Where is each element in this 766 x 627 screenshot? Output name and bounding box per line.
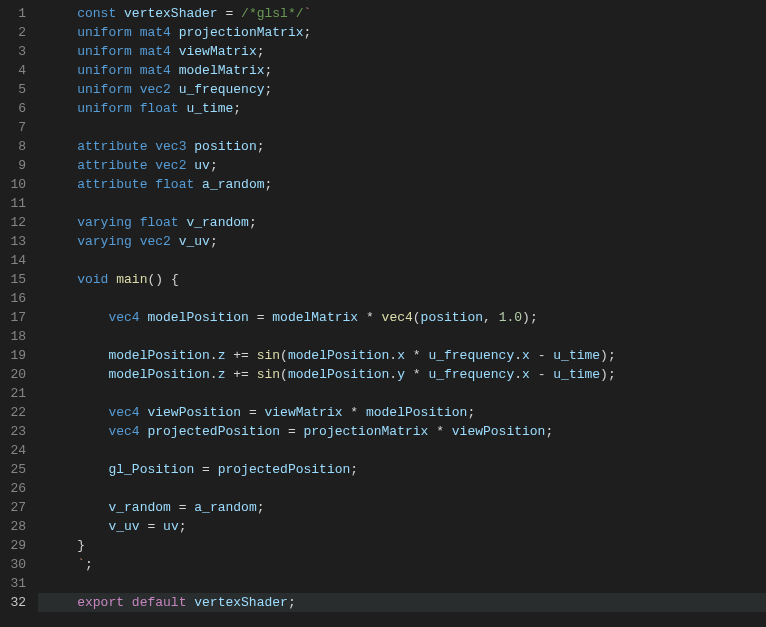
- token-kw: uniform: [77, 63, 132, 78]
- code-line[interactable]: vec4 projectedPosition = projectionMatri…: [38, 422, 766, 441]
- token-punct: ;: [249, 215, 257, 230]
- token-punct: }: [77, 538, 85, 553]
- code-line[interactable]: const vertexShader = /*glsl*/`: [38, 4, 766, 23]
- token-op: =: [249, 405, 257, 420]
- token-plain: [132, 63, 140, 78]
- token-plain: [374, 310, 382, 325]
- code-line[interactable]: [38, 441, 766, 460]
- token-punct: ;: [257, 500, 265, 515]
- code-line[interactable]: [38, 289, 766, 308]
- code-line[interactable]: uniform vec2 u_frequency;: [38, 80, 766, 99]
- token-builtin: gl_Position: [108, 462, 194, 477]
- code-line[interactable]: export default vertexShader;: [38, 593, 766, 612]
- token-plain: [194, 462, 202, 477]
- line-number: 22: [8, 403, 26, 422]
- token-punct: .: [389, 348, 397, 363]
- code-line[interactable]: [38, 194, 766, 213]
- code-line[interactable]: v_uv = uv;: [38, 517, 766, 536]
- token-type: vec3: [155, 139, 186, 154]
- code-line[interactable]: attribute vec3 position;: [38, 137, 766, 156]
- code-line[interactable]: modelPosition.z += sin(modelPosition.x *…: [38, 346, 766, 365]
- line-number: 32: [8, 593, 26, 612]
- token-punct: ,: [483, 310, 491, 325]
- token-plain: [358, 405, 366, 420]
- token-ident: u_time: [553, 348, 600, 363]
- token-punct: ;: [210, 234, 218, 249]
- line-number: 14: [8, 251, 26, 270]
- code-line[interactable]: [38, 384, 766, 403]
- token-str: `: [77, 557, 85, 572]
- line-number: 7: [8, 118, 26, 137]
- token-punct: ;: [545, 424, 553, 439]
- token-type: vec4: [108, 405, 139, 420]
- token-str: `: [304, 6, 312, 21]
- token-punct: ): [600, 348, 608, 363]
- token-ident: u_time: [553, 367, 600, 382]
- token-comment: /*glsl*/: [241, 6, 303, 21]
- line-number: 18: [8, 327, 26, 346]
- token-plain: [171, 25, 179, 40]
- token-ident: v_random: [186, 215, 248, 230]
- token-plain: [171, 44, 179, 59]
- line-number: 19: [8, 346, 26, 365]
- token-plain: [132, 25, 140, 40]
- token-type: vec2: [140, 82, 171, 97]
- code-line[interactable]: modelPosition.z += sin(modelPosition.y *…: [38, 365, 766, 384]
- token-op: *: [366, 310, 374, 325]
- token-kw: uniform: [77, 44, 132, 59]
- line-number: 9: [8, 156, 26, 175]
- token-punct: (: [413, 310, 421, 325]
- token-type: vec2: [155, 158, 186, 173]
- code-line[interactable]: void main() {: [38, 270, 766, 289]
- line-number: 26: [8, 479, 26, 498]
- token-ident: projectionMatrix: [179, 25, 304, 40]
- line-number-gutter: 1234567891011121314151617181920212223242…: [0, 0, 38, 627]
- code-line[interactable]: `;: [38, 555, 766, 574]
- line-number: 6: [8, 99, 26, 118]
- code-line[interactable]: vec4 modelPosition = modelMatrix * vec4(…: [38, 308, 766, 327]
- code-line[interactable]: attribute float a_random;: [38, 175, 766, 194]
- code-line[interactable]: varying float v_random;: [38, 213, 766, 232]
- code-line[interactable]: [38, 118, 766, 137]
- code-line[interactable]: varying vec2 v_uv;: [38, 232, 766, 251]
- code-line[interactable]: uniform float u_time;: [38, 99, 766, 118]
- token-ident: modelPosition: [288, 367, 389, 382]
- token-type: vec4: [108, 424, 139, 439]
- token-ident: uv: [163, 519, 179, 534]
- code-line[interactable]: v_random = a_random;: [38, 498, 766, 517]
- code-area[interactable]: const vertexShader = /*glsl*/` uniform m…: [38, 0, 766, 627]
- token-punct: .: [210, 348, 218, 363]
- code-line[interactable]: [38, 479, 766, 498]
- code-line[interactable]: uniform mat4 projectionMatrix;: [38, 23, 766, 42]
- token-punct: ;: [530, 310, 538, 325]
- token-num: 1.0: [499, 310, 522, 325]
- token-plain: [249, 348, 257, 363]
- token-plain: [132, 101, 140, 116]
- code-line[interactable]: gl_Position = projectedPosition;: [38, 460, 766, 479]
- code-line[interactable]: uniform mat4 modelMatrix;: [38, 61, 766, 80]
- token-punct: .: [514, 348, 522, 363]
- token-punct: ;: [257, 139, 265, 154]
- code-line[interactable]: [38, 574, 766, 593]
- code-line[interactable]: [38, 251, 766, 270]
- token-plain: [171, 234, 179, 249]
- code-line[interactable]: }: [38, 536, 766, 555]
- token-plain: [163, 272, 171, 287]
- line-number: 21: [8, 384, 26, 403]
- code-line[interactable]: attribute vec2 uv;: [38, 156, 766, 175]
- token-punct: ;: [265, 63, 273, 78]
- code-line[interactable]: [38, 327, 766, 346]
- line-number: 8: [8, 137, 26, 156]
- token-plain: [116, 6, 124, 21]
- code-editor[interactable]: 1234567891011121314151617181920212223242…: [0, 0, 766, 627]
- code-line[interactable]: uniform mat4 viewMatrix;: [38, 42, 766, 61]
- token-plain: [171, 500, 179, 515]
- token-plain: [296, 424, 304, 439]
- token-punct: .: [210, 367, 218, 382]
- line-number: 31: [8, 574, 26, 593]
- token-func: main: [116, 272, 147, 287]
- token-ident: uv: [194, 158, 210, 173]
- line-number: 15: [8, 270, 26, 289]
- code-line[interactable]: vec4 viewPosition = viewMatrix * modelPo…: [38, 403, 766, 422]
- token-plain: [210, 462, 218, 477]
